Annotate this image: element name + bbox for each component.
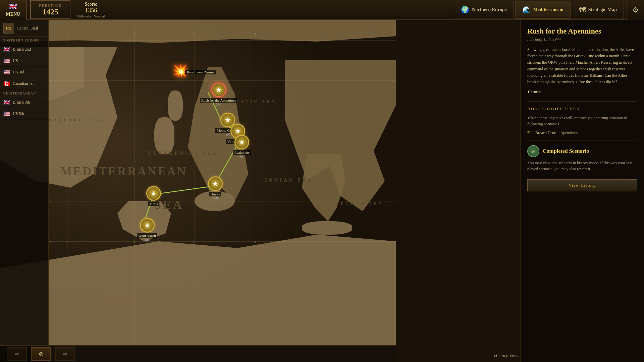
grid-label-bot-E: E: [320, 240, 323, 244]
grid-label-bot-A: A: [65, 240, 68, 244]
node-wadi-akarit[interactable]: ★ Wadi Akarit 140: [137, 218, 157, 242]
army-canadian-1st-label: Canadian 1st: [13, 81, 34, 86]
node-rush-apennines[interactable]: ★ Rush for the Apennines 336: [200, 82, 237, 106]
next-button[interactable]: ➡: [55, 347, 75, 361]
node-husky[interactable]: ★ Husky 180: [208, 176, 223, 200]
left-sidebar: HQ General Staff NORTHERN EUROPE 🇬🇧 Brit…: [0, 20, 49, 362]
prestige-value: 1425: [42, 7, 58, 16]
node-avalanche[interactable]: ★ Avalanche 200: [233, 135, 251, 159]
node-tunis[interactable]: ★ Tunis 120: [146, 186, 161, 210]
tab-northern-europe-label: Northern Europe: [472, 7, 507, 12]
completed-icon: ✓: [527, 145, 539, 157]
grid-label-left-1: 1: [50, 240, 52, 244]
grid-label-A: A: [65, 32, 68, 36]
hq-badge: HQ: [3, 23, 14, 34]
mediterranean-header: MEDITERRANEAN: [0, 89, 48, 97]
grid-label-left-4: 4: [50, 79, 52, 83]
settings-icon: ⚙: [632, 6, 639, 14]
mediterranean-icon: 🌊: [522, 6, 531, 14]
army-us-5th[interactable]: 🇺🇸 US 5th: [0, 108, 48, 120]
grid-label-left-2: 2: [50, 199, 52, 203]
map-tabs: 🌍 Northern Europe 🌊 Mediterranean 🗺 Stra…: [452, 1, 624, 18]
menu-button[interactable]: 🇬🇧 MENU: [0, 0, 27, 20]
canadian-flag-icon: 🇨🇦: [3, 80, 10, 87]
scenario-turns: 10 turns: [527, 89, 637, 95]
tab-mediterranean[interactable]: 🌊 Mediterranean: [515, 1, 571, 18]
army-british-8th-label: British 8th: [13, 100, 30, 105]
completed-header-row: ✓ Completed Scenario: [527, 145, 637, 157]
view-history-button[interactable]: View History: [527, 179, 637, 191]
scenario-title: Rush for the Apennines: [527, 27, 637, 36]
score-box: Score: 1356 Difficulty: Normal: [77, 2, 105, 18]
army-canadian-1st[interactable]: 🇨🇦 Canadian 1st: [0, 78, 48, 89]
stop-button[interactable]: ⊘: [31, 347, 51, 361]
bottom-toolbar: ⬅ ⊘ ➡: [0, 345, 396, 362]
completed-section: ✓ Completed Scenario You may view this s…: [527, 140, 637, 191]
bonus-header: BONUS OBJECTIVES: [527, 101, 637, 112]
scenario-date: February 15th, 1944: [527, 37, 637, 42]
grid-label-F: F: [367, 32, 369, 36]
army-us-1st[interactable]: 🇺🇸 US 1st: [0, 55, 48, 67]
top-bar: 🇬🇧 MENU PRESTIGE 1425 Score: 1356 Diffic…: [0, 0, 644, 20]
hq-label: General Staff: [17, 26, 38, 31]
army-us-3rd-label: US 3rd: [13, 70, 24, 75]
northern-europe-header: NORTHERN EUROPE: [0, 37, 48, 44]
bonus-text-0: Breach Central Apennines: [535, 130, 578, 135]
grid-label-bot-C: C: [193, 240, 195, 244]
tab-mediterranean-label: Mediterranean: [533, 7, 564, 12]
northern-europe-icon: 🌍: [461, 6, 469, 14]
map-container: BALEARIC SEA TYRRHENIAN SEA MEDITERRANEA…: [0, 0, 396, 362]
army-us-3rd[interactable]: 🇺🇸 US 3rd: [0, 67, 48, 78]
completed-title: Completed Scenario: [543, 148, 589, 154]
grid-label-B: B: [132, 32, 135, 36]
strategic-map-icon: 🗺: [579, 6, 586, 14]
prestige-label: PRESTIGE: [39, 3, 61, 7]
score-label: Score:: [85, 2, 97, 7]
scenario-description: Showing great operational skill and dete…: [527, 47, 637, 85]
british-flag-icon: 🇬🇧: [3, 46, 10, 53]
us-flag-icon-1: 🇺🇸: [3, 58, 10, 64]
difficulty-text: Difficulty: Normal: [77, 14, 105, 18]
army-british-2nd[interactable]: 🇬🇧 British 2nd: [0, 44, 48, 55]
uk-flag-icon: 🇬🇧: [9, 2, 17, 10]
tab-strategic-map[interactable]: 🗺 Strategic Map: [572, 1, 624, 18]
completed-description: You may view this scenario in history mo…: [527, 160, 637, 172]
bonus-key-0: E: [527, 130, 533, 135]
us-flag-icon-2: 🇺🇸: [3, 69, 10, 75]
score-value: 1356: [85, 7, 97, 14]
army-british-2nd-label: British 2nd: [13, 47, 31, 52]
bonus-description: Taking these objectives will improve you…: [527, 115, 637, 127]
grid-label-C: C: [193, 32, 195, 36]
grid-label-D: D: [253, 32, 256, 36]
us-flag-icon-3: 🇺🇸: [3, 111, 10, 117]
grid-label-left-3: 3: [50, 139, 52, 143]
army-british-8th[interactable]: 🇬🇧 British 8th: [0, 97, 48, 108]
prev-button[interactable]: ⬅: [7, 347, 27, 361]
tab-strategic-map-label: Strategic Map: [588, 7, 617, 12]
right-panel: Rush for the Apennines February 15th, 19…: [520, 20, 644, 362]
grid-label-E: E: [320, 32, 323, 36]
army-us-1st-label: US 1st: [13, 58, 23, 63]
hq-row[interactable]: HQ General Staff: [0, 20, 48, 37]
grid-label-bot-B: B: [132, 240, 135, 244]
battle-marker-label: Road from Rimini: [185, 70, 216, 74]
army-us-5th-label: US 5th: [13, 111, 24, 116]
history-view-label: History View: [494, 353, 518, 359]
british-flag-icon-2: 🇬🇧: [3, 99, 10, 106]
settings-button[interactable]: ⚙: [627, 0, 644, 20]
tab-northern-europe[interactable]: 🌍 Northern Europe: [454, 1, 514, 18]
prestige-box: PRESTIGE 1425: [30, 0, 70, 19]
menu-label: MENU: [6, 12, 20, 17]
bonus-item-0: E Breach Central Apennines: [527, 130, 637, 135]
grid-label-bot-D: D: [253, 240, 256, 244]
